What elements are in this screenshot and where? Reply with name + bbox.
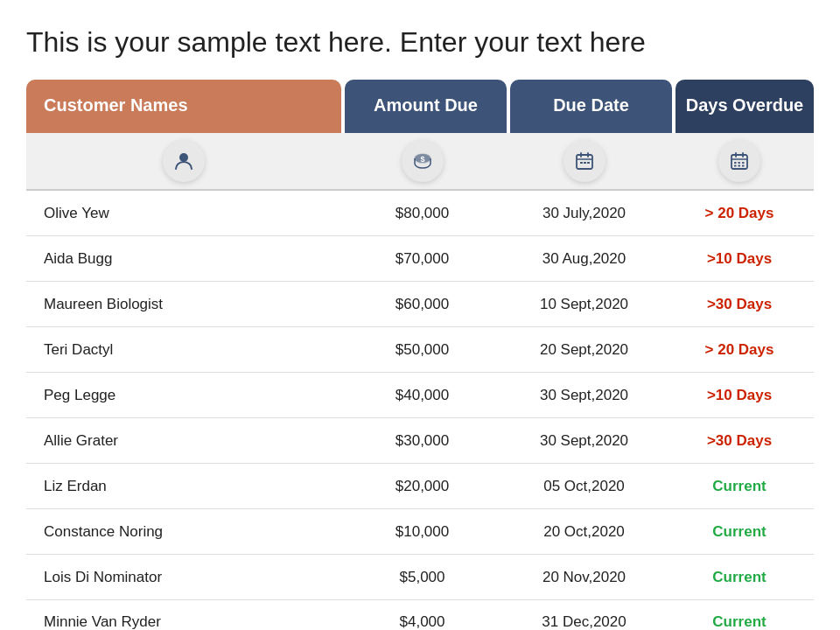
cell-amount: $80,000 xyxy=(341,196,503,231)
cell-date: 10 Sept,2020 xyxy=(503,287,665,322)
cell-overdue: >10 Days xyxy=(665,378,814,413)
col-date-header: Due Date xyxy=(510,80,672,133)
svg-rect-17 xyxy=(742,162,745,164)
data-rows-container: Olive Yew $80,000 30 July,2020 > 20 Days… xyxy=(26,191,814,630)
cell-date: 30 Sept,2020 xyxy=(503,378,665,413)
cell-date: 31 Dec,2020 xyxy=(503,605,665,630)
cell-date: 30 July,2020 xyxy=(503,196,665,231)
cell-customer-name: Liz Erdan xyxy=(26,469,341,504)
table-row: Minnie Van Ryder $4,000 31 Dec,2020 Curr… xyxy=(26,600,814,630)
cell-overdue: >10 Days xyxy=(665,242,814,276)
cell-customer-name: Constance Noring xyxy=(26,514,341,550)
cell-customer-name: Maureen Biologist xyxy=(26,287,341,322)
cell-customer-name: Lois Di Nominator xyxy=(26,560,341,595)
svg-rect-18 xyxy=(734,165,737,167)
customer-icon xyxy=(163,140,205,182)
cell-date: 30 Sept,2020 xyxy=(503,424,665,458)
table-row: Liz Erdan $20,000 05 Oct,2020 Current xyxy=(26,464,814,509)
amount-icon: $ xyxy=(402,140,444,182)
overdue-icon xyxy=(718,140,760,182)
svg-rect-9 xyxy=(584,162,586,164)
svg-point-0 xyxy=(179,153,188,162)
svg-rect-15 xyxy=(734,162,737,164)
cell-date: 30 Aug,2020 xyxy=(503,242,665,276)
cell-overdue: Current xyxy=(665,469,814,504)
amount-header-label: Amount Due xyxy=(374,95,478,116)
table-row: Lois Di Nominator $5,000 20 Nov,2020 Cur… xyxy=(26,555,814,600)
col-amount-header: Amount Due xyxy=(345,80,507,133)
cell-customer-name: Olive Yew xyxy=(26,196,341,231)
cell-overdue: >30 Days xyxy=(665,424,814,458)
cell-overdue: >30 Days xyxy=(665,287,814,322)
cell-amount: $70,000 xyxy=(341,242,503,276)
cell-customer-name: Peg Legge xyxy=(26,378,341,413)
cell-overdue: Current xyxy=(665,605,814,630)
date-icon-cell xyxy=(503,140,665,182)
overdue-header-label: Days Overdue xyxy=(686,95,804,116)
cell-overdue: > 20 Days xyxy=(665,332,814,368)
table-row: Maureen Biologist $60,000 10 Sept,2020 >… xyxy=(26,282,814,327)
cell-amount: $30,000 xyxy=(341,424,503,458)
cell-date: 20 Nov,2020 xyxy=(503,560,665,595)
cell-amount: $5,000 xyxy=(341,560,503,595)
cell-customer-name: Allie Grater xyxy=(26,424,341,458)
table-row: Aida Bugg $70,000 30 Aug,2020 >10 Days xyxy=(26,236,814,282)
svg-rect-19 xyxy=(738,165,741,167)
svg-rect-8 xyxy=(580,162,583,164)
cell-customer-name: Teri Dactyl xyxy=(26,332,341,368)
col-overdue-header: Days Overdue xyxy=(676,80,814,133)
svg-text:$: $ xyxy=(420,155,424,164)
table-row: Allie Grater $30,000 30 Sept,2020 >30 Da… xyxy=(26,418,814,464)
page-title: This is your sample text here. Enter you… xyxy=(26,26,814,59)
table-row: Constance Noring $10,000 20 Oct,2020 Cur… xyxy=(26,509,814,555)
col-customer-header: Customer Names xyxy=(26,80,341,133)
customer-icon-cell xyxy=(26,140,341,182)
cell-overdue: > 20 Days xyxy=(665,196,814,231)
svg-rect-16 xyxy=(738,162,741,164)
overdue-icon-cell xyxy=(665,140,814,182)
table-header-row: Customer Names Amount Due Due Date Days … xyxy=(26,80,814,133)
cell-amount: $40,000 xyxy=(341,378,503,413)
cell-amount: $50,000 xyxy=(341,332,503,368)
cell-customer-name: Minnie Van Ryder xyxy=(26,605,341,630)
table-row: Olive Yew $80,000 30 July,2020 > 20 Days xyxy=(26,191,814,236)
cell-date: 20 Oct,2020 xyxy=(503,514,665,550)
cell-date: 05 Oct,2020 xyxy=(503,469,665,504)
cell-amount: $4,000 xyxy=(341,605,503,630)
svg-rect-20 xyxy=(742,165,745,167)
cell-customer-name: Aida Bugg xyxy=(26,242,341,276)
date-icon xyxy=(564,140,606,182)
cell-amount: $20,000 xyxy=(341,469,503,504)
customer-header-label: Customer Names xyxy=(44,95,188,116)
cell-date: 20 Sept,2020 xyxy=(503,332,665,368)
cell-overdue: Current xyxy=(665,514,814,550)
svg-rect-10 xyxy=(587,162,590,164)
cell-amount: $10,000 xyxy=(341,514,503,550)
cell-overdue: Current xyxy=(665,560,814,595)
amount-icon-cell: $ xyxy=(341,140,503,182)
cell-amount: $60,000 xyxy=(341,287,503,322)
icon-row: $ xyxy=(26,133,814,191)
date-header-label: Due Date xyxy=(553,95,629,116)
table-row: Teri Dactyl $50,000 20 Sept,2020 > 20 Da… xyxy=(26,327,814,373)
table-row: Peg Legge $40,000 30 Sept,2020 >10 Days xyxy=(26,373,814,418)
